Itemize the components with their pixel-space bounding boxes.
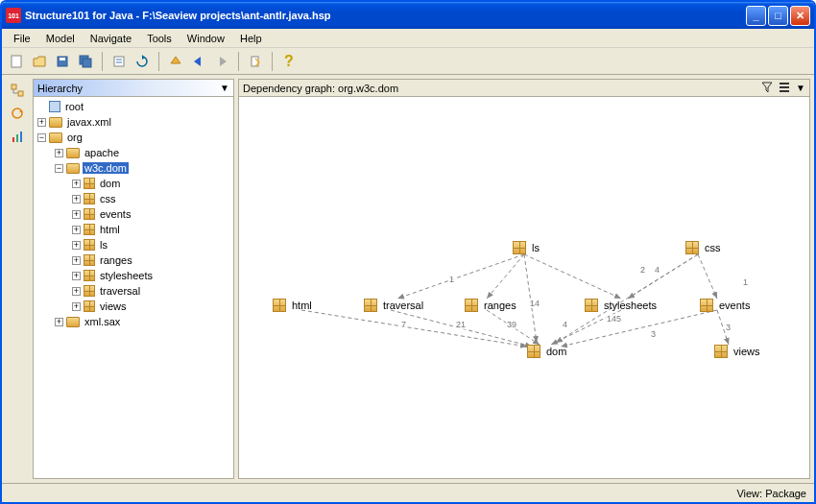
close-button[interactable]: ✕ [790, 6, 810, 26]
save-all-button[interactable] [75, 51, 96, 72]
svg-line-27 [301, 310, 527, 347]
open-button[interactable] [29, 51, 50, 72]
menu-window[interactable]: Window [180, 31, 232, 46]
package-icon [84, 254, 95, 266]
svg-point-13 [12, 108, 22, 118]
folder-icon [66, 148, 80, 158]
node-html[interactable]: html [273, 299, 312, 312]
tree-events[interactable]: +events [34, 206, 233, 222]
sidebar-chart-icon[interactable] [8, 127, 27, 146]
edge-label: 7 [400, 320, 407, 329]
node-traversal[interactable]: traversal [364, 299, 423, 312]
edge-label: 145 [606, 314, 622, 324]
separator [158, 52, 159, 71]
dropdown-icon[interactable]: ▼ [220, 83, 229, 93]
node-events[interactable]: events [700, 299, 750, 312]
package-icon [84, 178, 95, 189]
maximize-button[interactable]: □ [768, 6, 788, 26]
edge-label: 1 [742, 277, 749, 287]
back-button[interactable] [188, 51, 209, 72]
menu-help[interactable]: Help [232, 31, 270, 46]
up-button[interactable] [165, 51, 186, 72]
package-icon [527, 345, 540, 358]
svg-rect-0 [12, 56, 21, 67]
refresh-button[interactable] [132, 51, 153, 72]
tree-traversal[interactable]: +traversal [34, 283, 233, 299]
export-button[interactable] [245, 51, 266, 72]
separator [102, 52, 103, 71]
node-dom[interactable]: dom [527, 345, 566, 358]
separator [272, 52, 273, 71]
graph-title: Dependency graph: org.w3c.dom [243, 83, 398, 94]
svg-line-23 [524, 254, 621, 299]
package-icon [465, 299, 478, 312]
tree-xml-sax[interactable]: +xml.sax [34, 314, 233, 329]
help-button[interactable]: ? [278, 51, 300, 72]
tree-stylesheets[interactable]: +stylesheets [34, 268, 233, 283]
package-icon [84, 300, 95, 312]
node-stylesheets[interactable]: stylesheets [585, 299, 657, 312]
tree[interactable]: root +javax.xml −org +apache −w3c.dom +d… [34, 97, 233, 478]
edge-label: 14 [529, 299, 540, 308]
app-window: 101 Structure101 for Java - F:\Seaview p… [0, 0, 816, 504]
edge-label: 1 [448, 275, 455, 284]
hierarchy-title: Hierarchy [37, 83, 83, 94]
package-icon [364, 299, 377, 312]
node-views[interactable]: views [714, 345, 760, 358]
edge-label: 3 [650, 329, 657, 339]
tree-html[interactable]: +html [34, 222, 233, 237]
tree-views[interactable]: +views [34, 299, 233, 314]
package-icon [84, 285, 95, 297]
tree-ls[interactable]: +ls [34, 237, 233, 252]
package-icon [714, 345, 728, 358]
package-icon [513, 241, 526, 254]
tree-ranges[interactable]: +ranges [34, 252, 233, 268]
svg-rect-10 [18, 91, 23, 96]
status-text: View: Package [736, 488, 806, 499]
minimize-button[interactable]: _ [746, 6, 766, 26]
svg-rect-14 [12, 137, 14, 142]
list-icon[interactable] [779, 82, 790, 95]
package-icon [700, 299, 713, 312]
edge-label: 21 [455, 320, 467, 329]
titlebar[interactable]: 101 Structure101 for Java - F:\Seaview p… [2, 2, 814, 29]
properties-button[interactable] [108, 51, 130, 72]
tree-javax-xml[interactable]: +javax.xml [34, 114, 233, 130]
dropdown-icon[interactable]: ▼ [796, 83, 805, 93]
svg-line-24 [628, 254, 698, 299]
graph-header: Dependency graph: org.w3c.dom ▼ [239, 80, 809, 97]
menu-tools[interactable]: Tools [139, 31, 180, 46]
sidebar-hierarchy-icon[interactable] [8, 81, 27, 100]
window-buttons: _ □ ✕ [746, 6, 810, 26]
graph-canvas[interactable]: ls css html traversal ranges stylesheets… [239, 97, 809, 478]
node-ls[interactable]: ls [513, 241, 540, 254]
svg-line-25 [698, 254, 717, 299]
tree-css[interactable]: +css [34, 191, 233, 206]
hierarchy-header[interactable]: Hierarchy ▼ [34, 80, 233, 97]
node-ranges[interactable]: ranges [465, 299, 516, 312]
edge-label: 4 [562, 320, 568, 329]
menu-file[interactable]: File [6, 31, 38, 46]
svg-rect-4 [83, 59, 91, 67]
package-icon [84, 193, 95, 204]
menubar: File Model Navigate Tools Window Help [2, 29, 814, 48]
package-icon [273, 299, 286, 312]
tree-w3c-dom[interactable]: −w3c.dom [34, 160, 233, 176]
edge-label: 39 [506, 320, 517, 329]
forward-button[interactable] [211, 51, 232, 72]
tree-apache[interactable]: +apache [34, 145, 233, 160]
package-icon [685, 241, 699, 254]
sidebar-cycle-icon[interactable] [8, 104, 27, 123]
edge-label: 2 [639, 265, 646, 275]
tree-dom[interactable]: +dom [34, 176, 233, 191]
tree-org[interactable]: −org [34, 130, 233, 145]
menu-navigate[interactable]: Navigate [83, 31, 139, 46]
save-button[interactable] [52, 51, 73, 72]
folder-icon [49, 117, 62, 128]
filter-icon[interactable] [761, 82, 773, 95]
toolbar: ? [2, 48, 814, 75]
menu-model[interactable]: Model [38, 31, 83, 46]
tree-root[interactable]: root [34, 99, 233, 114]
node-css[interactable]: css [685, 241, 721, 254]
new-button[interactable] [6, 51, 27, 72]
